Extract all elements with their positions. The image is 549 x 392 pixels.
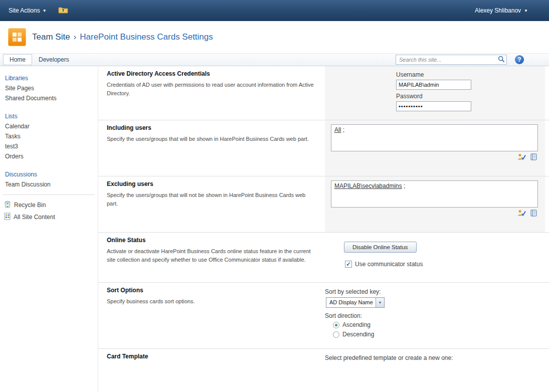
sidebar-header-discussions[interactable]: Discussions (0, 169, 98, 179)
top-bar: Site Actions ▼ Alexey Shlibanov ▼ (0, 0, 549, 21)
page-header: Team Site›HarePoint Business Cards Setti… (0, 21, 549, 53)
site-actions-label: Site Actions (9, 7, 40, 14)
address-book-icon (530, 153, 537, 162)
section-description: Specify the users/groups that will be sh… (107, 135, 317, 143)
sidebar-divider (3, 194, 95, 195)
search-button[interactable] (497, 56, 505, 64)
section-ad-credentials: Active Directory Access Credentials Cred… (98, 66, 549, 120)
check-names-icon (517, 153, 526, 162)
sidebar-item-test3[interactable]: test3 (0, 141, 98, 151)
radio-descending[interactable] (333, 331, 339, 338)
navigate-up-button[interactable] (58, 6, 68, 15)
sidebar-item-recycle-bin[interactable]: Recycle Bin (0, 199, 98, 211)
sidebar-item-label: Recycle Bin (14, 202, 46, 209)
credentials-group: Username Password (396, 71, 538, 111)
sidebar-item-tasks[interactable]: Tasks (0, 131, 98, 141)
sidebar-item-calendar[interactable]: Calendar (0, 121, 98, 131)
user-menu[interactable]: Alexey Shlibanov ▼ (475, 7, 528, 14)
radio-descending-label: Descending (342, 331, 374, 338)
chevron-down-icon: ▼ (43, 9, 47, 13)
all-site-content-icon (4, 213, 11, 222)
section-title: Online Status (107, 237, 317, 244)
sidebar-header-lists[interactable]: Lists (0, 111, 98, 121)
password-label: Password (396, 93, 538, 100)
card-template-select-label: Select predefined template or create a n… (325, 354, 542, 361)
section-title: Including users (107, 124, 317, 131)
chevron-down-icon[interactable]: ▼ (376, 298, 384, 307)
breadcrumb: Team Site›HarePoint Business Cards Setti… (32, 32, 213, 42)
chevron-down-icon: ▼ (524, 9, 528, 13)
tab-developers[interactable]: Developers (32, 54, 76, 65)
browse-addressbook-button[interactable] (529, 210, 538, 218)
check-names-icon (517, 210, 526, 218)
sort-key-selected-value: AD Display Name (326, 298, 376, 307)
section-title: Active Directory Access Credentials (107, 70, 317, 77)
excluding-users-picker[interactable]: MAPILAB\secvlabadmins ; (331, 180, 538, 208)
section-description: Activate or deactivate HarePoint Busines… (107, 247, 317, 264)
username-label: Username (396, 71, 538, 78)
section-title: Excluding users (107, 180, 317, 187)
sidebar-item-label: All Site Content (14, 214, 55, 221)
page-title: HarePoint Business Cards Settings (80, 32, 213, 42)
settings-content: Active Directory Access Credentials Cred… (98, 66, 549, 392)
navigate-up-icon (58, 6, 68, 15)
sidebar-item-site-pages[interactable]: Site Pages (0, 83, 98, 93)
section-description: Specify the users/groups that will not b… (107, 191, 317, 208)
search-input[interactable] (396, 55, 507, 65)
sidebar-item-shared-documents[interactable]: Shared Documents (0, 93, 98, 103)
section-sort-options: Sort Options Specify business cards sort… (98, 283, 549, 349)
checkbox-label: Use communicator status (355, 261, 423, 268)
picker-entry-link[interactable]: All (334, 126, 341, 133)
sidebar-item-orders[interactable]: Orders (0, 151, 98, 161)
sort-key-dropdown[interactable]: AD Display Name ▼ (326, 297, 385, 308)
picker-entry-link[interactable]: MAPILAB\secvlabadmins (334, 182, 402, 189)
disable-online-status-button[interactable]: Disable Online Status (344, 242, 417, 253)
user-name: Alexey Shlibanov (475, 7, 521, 14)
breadcrumb-separator: › (74, 32, 77, 42)
section-online-status: Online Status Activate or deactivate Har… (98, 233, 549, 283)
main-layout: Libraries Site Pages Shared Documents Li… (0, 66, 549, 392)
picker-entry-suffix: ; (402, 182, 406, 189)
sidebar-header-libraries[interactable]: Libraries (0, 73, 98, 83)
address-book-icon (530, 210, 537, 218)
use-communicator-status-checkbox[interactable]: ✓ (345, 261, 352, 268)
radio-ascending-label: Ascending (342, 321, 371, 328)
check-names-button[interactable] (517, 153, 526, 161)
section-excluding-users: Excluding users Specify the users/groups… (98, 176, 549, 233)
site-icon (8, 28, 26, 46)
section-description: Credentials of AD user with permissions … (107, 81, 317, 97)
sidebar-item-team-discussion[interactable]: Team Discussion (0, 179, 98, 189)
section-card-template: Card Template Select predefined template… (98, 349, 549, 392)
username-field[interactable] (396, 80, 471, 90)
section-including-users: Including users Specify the users/groups… (98, 120, 549, 176)
breadcrumb-site-link[interactable]: Team Site (32, 32, 70, 42)
help-button[interactable]: ? (515, 55, 524, 64)
sidebar-item-all-site-content[interactable]: All Site Content (0, 211, 98, 223)
section-title: Card Template (107, 353, 317, 360)
section-description: Specify business cards sort options. (107, 297, 317, 306)
including-users-picker[interactable]: All ; (331, 124, 538, 151)
search-box (396, 55, 507, 65)
check-names-button[interactable] (517, 210, 526, 218)
tab-bar: Home Developers ? (0, 53, 549, 66)
sidebar: Libraries Site Pages Shared Documents Li… (0, 66, 98, 392)
search-icon (498, 57, 505, 64)
browse-addressbook-button[interactable] (529, 153, 538, 161)
section-title: Sort Options (107, 287, 317, 294)
picker-entry-suffix: ; (341, 126, 344, 133)
sort-key-label: Sort by selected key: (325, 288, 542, 295)
tab-home[interactable]: Home (3, 54, 32, 65)
site-actions-menu[interactable]: Site Actions ▼ (5, 5, 50, 17)
recycle-bin-icon (4, 201, 11, 210)
password-field[interactable] (396, 101, 471, 111)
radio-ascending[interactable] (333, 322, 339, 328)
sort-direction-label: Sort direction: (325, 312, 542, 319)
